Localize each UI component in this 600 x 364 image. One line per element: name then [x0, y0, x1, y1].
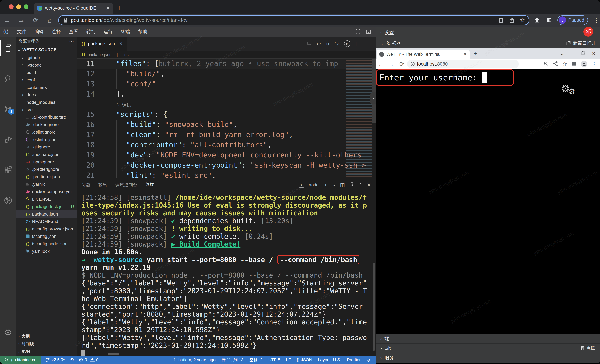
tree-file[interactable]: .gitignore	[16, 143, 77, 151]
new-terminal-icon[interactable]: ＋	[323, 181, 328, 188]
reload-icon[interactable]: ⟳	[28, 16, 43, 24]
tree-folder[interactable]: ›conf	[16, 76, 77, 84]
code-line[interactable]: 20"docker-compose-entrypoint": "ssh-keys…	[77, 160, 375, 170]
panel-tab-输出[interactable]: 输出	[98, 178, 107, 191]
cursor-position[interactable]: 行 11, 列 13	[221, 357, 244, 363]
tree-file[interactable]: npm.npmignore	[16, 158, 77, 166]
browser-tab[interactable]: wetty-source - CloudIDE ✕	[34, 3, 113, 14]
zoom-icon[interactable]	[543, 61, 549, 67]
chrome-menu-icon[interactable]: ⋮	[593, 16, 600, 24]
tree-file[interactable]: {}tsconfig.browser.json	[16, 225, 77, 233]
tree-file[interactable]: {}tsconfig.node.json	[16, 240, 77, 248]
tree-file[interactable]: .all-contributorsrc	[16, 113, 77, 121]
problems-status[interactable]: 00	[79, 357, 99, 362]
wetty-tab[interactable]: WeTTY - The Web Terminal ✕	[376, 50, 470, 59]
sync-icon[interactable]: ⟲	[70, 357, 74, 363]
fullscreen-icon[interactable]	[355, 29, 361, 35]
terminal-dropdown-icon[interactable]: ⌄	[332, 183, 336, 187]
section-ports[interactable]: ›端口	[375, 334, 600, 344]
side-panel-icon[interactable]	[545, 17, 552, 24]
tree-file[interactable]: .eslintrc.json	[16, 136, 77, 143]
open-new-window-button[interactable]: 新窗口打开	[566, 40, 600, 46]
tree-file[interactable]: .dockerignore	[16, 121, 77, 128]
bookmark-star-icon[interactable]: ☆	[520, 17, 525, 24]
restore-icon[interactable]	[581, 50, 586, 57]
code-line[interactable]: 12"build/",	[77, 69, 375, 79]
embedded-address-bar[interactable]: localhost:8080	[407, 60, 519, 68]
embedded-close-icon[interactable]: ✕	[592, 51, 596, 56]
blame-status[interactable]: butlerx, 2 years ago	[172, 357, 216, 362]
tree-folder[interactable]: ›src	[16, 106, 77, 113]
compare-changes-icon[interactable]: ⇆	[307, 40, 311, 47]
embedded-forward-icon[interactable]: →	[386, 61, 396, 67]
section-browser[interactable]: ⌄浏览器 新窗口打开	[375, 38, 600, 48]
menu-选择[interactable]: 选择	[47, 29, 65, 34]
extensions-icon[interactable]	[0, 162, 16, 178]
address-bar[interactable]: go.titanide.cn/ide/web/coding/wetty-sour…	[58, 15, 529, 25]
wetty-tab-close-icon[interactable]: ✕	[463, 52, 467, 57]
tab-close-icon[interactable]: ✕	[106, 5, 110, 11]
remote-indicator[interactable]: go.titanide.cn	[0, 355, 41, 364]
explorer-more-icon[interactable]: ⋯	[69, 38, 74, 44]
tree-folder[interactable]: ›.vscode	[16, 61, 77, 69]
forward-icon[interactable]: →	[14, 16, 28, 24]
tree-file[interactable]: .prettierignore	[16, 166, 77, 173]
indentation-status[interactable]: 空格: 2	[249, 357, 262, 363]
code-line[interactable]: 16"build": "snowpack build",	[77, 120, 375, 130]
tree-file[interactable]: {}package.json	[16, 210, 77, 218]
minimap[interactable]	[346, 59, 372, 177]
menu-查看[interactable]: 查看	[65, 29, 82, 34]
tree-file[interactable]: {}package-lock.js...U	[16, 203, 77, 210]
eol-status[interactable]: LF	[286, 357, 291, 362]
close-panel-icon[interactable]: ✕	[367, 182, 371, 188]
embedded-avatar[interactable]	[581, 61, 588, 67]
explorer-root[interactable]: ⌄WETTY-SOURCE	[16, 46, 77, 54]
new-tab-button[interactable]: +	[117, 5, 121, 11]
code-line[interactable]: 11"files": [butlerx, 2 years ago • use s…	[77, 59, 375, 69]
clone-button[interactable]: 克隆	[580, 345, 600, 351]
section-git[interactable]: ›Git 克隆	[375, 344, 600, 353]
panel-tab-终端[interactable]: 终端	[145, 178, 154, 191]
code-line[interactable]: 14],	[77, 89, 375, 99]
search-icon[interactable]	[0, 70, 16, 86]
back-icon[interactable]: ←	[0, 16, 14, 24]
embedded-new-tab-icon[interactable]: +	[473, 50, 477, 57]
kill-terminal-icon[interactable]	[349, 181, 355, 188]
profile-button[interactable]: J Paused	[557, 15, 588, 25]
codetree-icon[interactable]	[0, 192, 16, 208]
sidebar-section-SVN[interactable]: ›SVN	[16, 348, 77, 355]
layout-icon[interactable]	[365, 29, 371, 35]
editor-tab-close-icon[interactable]: ✕	[119, 41, 123, 47]
share-nodes-icon[interactable]	[553, 61, 558, 67]
code-line[interactable]: 18"contributor": "all-contributors",	[77, 140, 375, 150]
language-status[interactable]: {}JSON	[297, 357, 312, 362]
share-icon[interactable]	[509, 17, 515, 23]
code-line[interactable]: ▷ 调试	[77, 99, 375, 109]
debug-codelens[interactable]: ▷ 调试	[116, 103, 131, 108]
tree-folder[interactable]: ›docs	[16, 91, 77, 99]
encoding-status[interactable]: UTF-8	[268, 357, 280, 362]
editor-scrollbar[interactable]	[372, 59, 375, 123]
tree-folder[interactable]: ›build	[16, 69, 77, 76]
next-change-icon[interactable]: ↪	[334, 40, 339, 47]
tree-file[interactable]: {}.mocharc.json	[16, 151, 77, 158]
tree-file[interactable]: docker-compose.yml	[16, 188, 77, 195]
embedded-side-panel-icon[interactable]	[571, 61, 577, 67]
traffic-zoom-button[interactable]	[24, 4, 28, 9]
tree-file[interactable]: .eslintignore	[16, 128, 77, 136]
traffic-minimize-button[interactable]	[16, 4, 21, 9]
tree-file[interactable]: README.md	[16, 218, 77, 225]
wetty-settings-gears-icon[interactable]: ⚙⚙	[561, 83, 577, 94]
terminal-scrollbar[interactable]	[373, 263, 375, 351]
tree-file[interactable]: TStsconfig.json	[16, 233, 77, 240]
terminal[interactable]: [21:24:58] [esinstall] /home/ide/workspa…	[77, 191, 375, 357]
panel-tab-调试控制台[interactable]: 调试控制台	[115, 178, 137, 191]
section-settings[interactable]: ›设置	[375, 28, 600, 38]
tree-file[interactable]: LICENSE	[16, 195, 77, 203]
breadcrumb[interactable]: {} package.json › [ ] files	[77, 51, 375, 59]
embedded-menu-icon[interactable]: ⋮	[591, 61, 597, 67]
maximize-panel-icon[interactable]: ⌃	[359, 182, 363, 187]
menu-转到[interactable]: 转到	[82, 29, 99, 34]
sidebar-section-时间线[interactable]: ›时间线	[16, 340, 77, 348]
panel-tab-问题[interactable]: 问题	[81, 178, 90, 191]
